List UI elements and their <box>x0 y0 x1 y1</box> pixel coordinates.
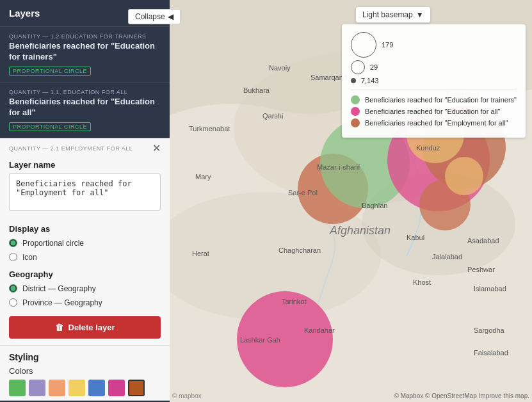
delete-icon: 🗑 <box>55 323 63 332</box>
legend-sizes: 179297,143 <box>351 32 517 84</box>
legend-color-dot <box>351 95 360 104</box>
color-swatch-green[interactable] <box>9 380 26 396</box>
legend-size-circle <box>351 32 376 58</box>
delete-layer-label: Delete layer <box>69 323 115 332</box>
radio-district[interactable] <box>9 284 17 293</box>
display-proportional-circle[interactable]: Proportional circle <box>0 236 170 250</box>
color-swatch-purple[interactable] <box>29 380 45 396</box>
district-geography[interactable]: District — Geography <box>0 282 170 296</box>
legend-size-value: 179 <box>382 41 393 49</box>
collapse-button[interactable]: Collapse ◀ <box>128 9 181 24</box>
legend-size-row: 7,143 <box>351 77 517 84</box>
radio-proportional-circle[interactable] <box>9 239 17 247</box>
legend-color-dot <box>351 118 360 127</box>
radio-province[interactable] <box>9 298 17 307</box>
layer-panel-quantity-label: QUANTITY — 2.1 EMPLOYMENT FOR ALL <box>9 145 133 152</box>
collapse-label: Collapse <box>135 12 165 21</box>
layer-title-education-trainers: Beneficiaries reached for "Education for… <box>9 41 161 63</box>
legend-size-row: 29 <box>351 60 517 74</box>
map-area: AfghanistanTajikistanTurkmenabatNavoiyBu… <box>170 0 532 402</box>
map-attribution: © Mapbox © OpenStreetMap Improve this ma… <box>394 392 530 399</box>
layer-quantity-education-all: QUANTITY — 1.1. EDUCATION FOR ALL <box>9 89 161 95</box>
color-swatch-peach[interactable] <box>49 380 65 396</box>
icon-label: Icon <box>22 253 37 262</box>
legend-categories: Beneficiaries reached for "Education for… <box>351 95 517 127</box>
legend-category-row: Beneficiaries reached for "Education for… <box>351 107 517 116</box>
legend-size-value: 7,143 <box>361 77 379 84</box>
legend-category-row: Beneficiaries reached for "Education for… <box>351 95 517 104</box>
legend-category-label: Beneficiaries reached for "Education for… <box>365 96 517 104</box>
province-label: Province — Geography <box>22 298 102 307</box>
layer-panel-employment: QUANTITY — 2.1 EMPLOYMENT FOR ALL ✕ Laye… <box>0 138 170 401</box>
layer-name-section: Layer name Beneficiaries reached for "Em… <box>0 156 170 219</box>
display-icon[interactable]: Icon <box>0 250 170 264</box>
color-swatch-yellow[interactable] <box>69 380 85 396</box>
basemap-selector[interactable]: Light basemap ▼ <box>355 6 431 23</box>
layer-quantity-education-trainers: QUANTITY — 1.2 EDUCATION FOR TRAINERS <box>9 33 161 40</box>
basemap-arrow-icon: ▼ <box>416 10 424 19</box>
color-swatch-blue[interactable] <box>88 380 105 396</box>
display-as-label: Display as <box>0 219 170 236</box>
close-layer-panel-button[interactable]: ✕ <box>152 143 161 154</box>
svg-point-3 <box>362 173 515 275</box>
basemap-label: Light basemap <box>362 10 413 19</box>
collapse-chevron-icon: ◀ <box>168 12 173 21</box>
legend-color-dot <box>351 107 360 116</box>
layer-badge-education-trainers: PROPORTIONAL CIRCLE <box>9 67 91 76</box>
legend-size-value: 29 <box>370 63 378 71</box>
legend-category-label: Beneficiaries reached for "Employment fo… <box>365 119 508 127</box>
legend-size-circle <box>351 78 356 83</box>
legend-size-row: 179 <box>351 32 517 58</box>
layer-item-education-trainers[interactable]: QUANTITY — 1.2 EDUCATION FOR TRAINERS Be… <box>0 27 170 83</box>
styling-section: Styling Colors <box>0 345 170 400</box>
color-swatch-brown[interactable] <box>128 380 145 396</box>
layer-name-input[interactable]: Beneficiaries reached for "Employment fo… <box>9 173 161 211</box>
color-swatch-pink[interactable] <box>108 380 125 396</box>
province-geography[interactable]: Province — Geography <box>0 296 170 310</box>
legend-size-circle <box>351 60 365 74</box>
geography-label: Geography <box>0 264 170 282</box>
legend-category-row: Beneficiaries reached for "Employment fo… <box>351 118 517 127</box>
legend: 179297,143 Beneficiaries reached for "Ed… <box>342 24 526 138</box>
styling-title: Styling <box>9 352 161 362</box>
legend-category-label: Beneficiaries reached for "Education for… <box>365 108 500 115</box>
radio-icon[interactable] <box>9 253 17 261</box>
layer-badge-education-all: PROPORTIONAL CIRCLE <box>9 122 91 131</box>
layer-item-education-all[interactable]: QUANTITY — 1.1. EDUCATION FOR ALL Benefi… <box>0 83 170 138</box>
layer-name-label: Layer name <box>9 160 161 170</box>
mapbox-logo: © mapbox <box>172 392 202 399</box>
proportional-circle-label: Proportional circle <box>22 239 84 248</box>
color-swatches <box>9 380 161 396</box>
sidebar: Layers QUANTITY — 1.2 EDUCATION FOR TRAI… <box>0 0 170 402</box>
district-label: District — Geography <box>22 284 96 293</box>
layer-panel-header: QUANTITY — 2.1 EMPLOYMENT FOR ALL ✕ <box>0 138 170 156</box>
layer-title-education-all: Beneficiaries reached for "Education for… <box>9 97 161 118</box>
delete-layer-button[interactable]: 🗑 Delete layer <box>9 316 161 339</box>
colors-label: Colors <box>9 366 161 376</box>
